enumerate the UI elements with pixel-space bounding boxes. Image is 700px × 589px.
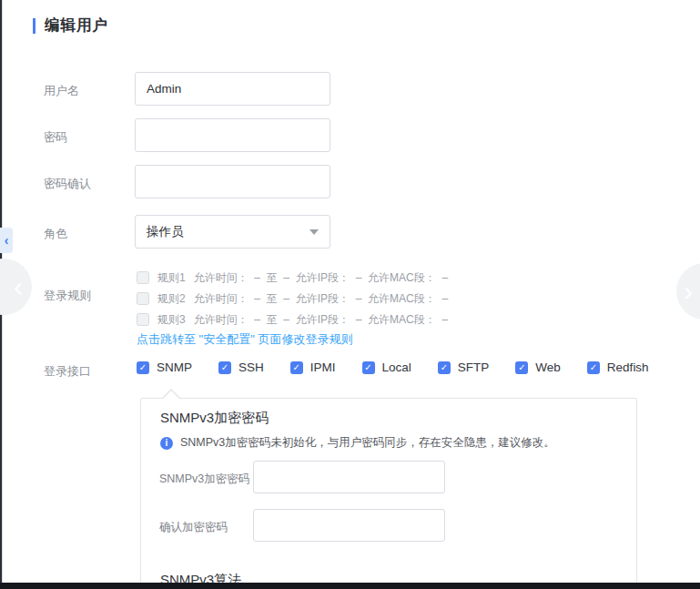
edit-user-page: ‹ ‹ › 编辑用户 用户名 密码 密码确认 角色 操作员 登录规则 规则1 允… <box>0 0 700 589</box>
security-config-link[interactable]: 点击跳转至 "安全配置" 页面修改登录规则 <box>137 331 352 348</box>
chevron-left-icon: ‹ <box>5 234 9 247</box>
checkbox-checked-icon: ✓ <box>515 361 528 374</box>
snmpv3-info-text: SNMPv3加密密码未初始化，与用户密码同步，存在安全隐患，建议修改。 <box>180 435 555 451</box>
checkbox-checked-icon: ✓ <box>290 361 303 374</box>
snmpv3-password-label: SNMPv3加密密码 <box>159 472 249 487</box>
interface-checkbox-local[interactable]: ✓ Local <box>362 361 411 374</box>
interface-label: Web <box>535 361 561 374</box>
checkbox-checked-icon: ✓ <box>362 361 375 374</box>
interface-label: Redfish <box>607 361 649 374</box>
checkbox-checked-icon: ✓ <box>587 361 600 374</box>
login-rule-row-3: 规则3 允许时间： – 至 – 允许IP段： – 允许MAC段： – <box>137 312 448 327</box>
caret-down-icon <box>309 229 319 235</box>
login-rule-row-1: 规则1 允许时间： – 至 – 允许IP段： – 允许MAC段： – <box>137 270 448 285</box>
snmpv3-panel: SNMPv3加密密码 i SNMPv3加密密码未初始化，与用户密码同步，存在安全… <box>140 398 637 589</box>
role-select-value: 操作员 <box>147 224 184 240</box>
role-select[interactable]: 操作员 <box>135 215 330 249</box>
password-confirm-input[interactable] <box>135 165 330 198</box>
checkbox-checked-icon: ✓ <box>218 361 231 374</box>
sidebar-collapse-button[interactable]: ‹ <box>0 228 13 253</box>
title-accent-bar <box>33 18 36 34</box>
rule2-detail: 允许时间： – 至 – 允许IP段： – 允许MAC段： – <box>194 291 448 307</box>
interface-label: SNMP <box>157 361 192 374</box>
chevron-right-icon: › <box>684 278 693 305</box>
page-header: 编辑用户 <box>33 15 108 36</box>
rule3-name: 规则3 <box>157 312 186 328</box>
snmpv3-password-confirm-label: 确认加密密码 <box>159 520 228 535</box>
interface-label: Local <box>382 361 411 374</box>
chevron-left-icon: ‹ <box>14 273 23 300</box>
rule2-name: 规则2 <box>157 291 186 307</box>
password-label: 密码 <box>44 129 67 146</box>
rule1-checkbox[interactable] <box>137 271 149 284</box>
login-interfaces-row: ✓ SNMP ✓ SSH ✓ IPMI ✓ Local ✓ SFTP ✓ Web… <box>137 361 649 374</box>
login-interfaces-label: 登录接口 <box>44 363 91 380</box>
interface-label: IPMI <box>310 361 336 374</box>
interface-checkbox-web[interactable]: ✓ Web <box>515 361 561 374</box>
rule3-checkbox[interactable] <box>137 313 149 326</box>
interface-checkbox-sftp[interactable]: ✓ SFTP <box>438 361 490 374</box>
snmpv3-password-confirm-input[interactable] <box>253 509 445 542</box>
panel-notch <box>161 389 181 399</box>
checkbox-checked-icon: ✓ <box>438 361 451 374</box>
interface-checkbox-snmp[interactable]: ✓ SNMP <box>137 361 192 374</box>
carousel-prev-button[interactable]: ‹ <box>0 259 32 315</box>
snmpv3-info-row: i SNMPv3加密密码未初始化，与用户密码同步，存在安全隐患，建议修改。 <box>160 435 555 451</box>
snmpv3-password-input[interactable] <box>253 461 445 493</box>
interface-label: SSH <box>238 361 264 374</box>
password-input[interactable] <box>135 118 330 152</box>
interface-checkbox-ipmi[interactable]: ✓ IPMI <box>290 361 336 374</box>
username-label: 用户名 <box>44 83 79 99</box>
info-icon: i <box>160 437 173 450</box>
rule3-detail: 允许时间： – 至 – 允许IP段： – 允许MAC段： – <box>194 312 448 328</box>
checkbox-checked-icon: ✓ <box>137 361 149 374</box>
snmpv3-panel-title: SNMPv3加密密码 <box>160 410 269 427</box>
interface-checkbox-ssh[interactable]: ✓ SSH <box>218 361 264 374</box>
bottom-edge-bar <box>0 583 700 589</box>
role-label: 角色 <box>44 226 67 242</box>
password-confirm-label: 密码确认 <box>44 176 91 192</box>
rule1-name: 规则1 <box>157 270 186 286</box>
login-rules-label: 登录规则 <box>44 288 91 304</box>
login-rule-row-2: 规则2 允许时间： – 至 – 允许IP段： – 允许MAC段： – <box>137 291 448 306</box>
username-input[interactable] <box>135 72 330 106</box>
page-title: 编辑用户 <box>45 15 108 36</box>
carousel-next-button[interactable]: › <box>676 263 700 320</box>
interface-label: SFTP <box>458 361 490 374</box>
interface-checkbox-redfish[interactable]: ✓ Redfish <box>587 361 649 374</box>
rule2-checkbox[interactable] <box>137 292 149 305</box>
rule1-detail: 允许时间： – 至 – 允许IP段： – 允许MAC段： – <box>194 270 448 286</box>
